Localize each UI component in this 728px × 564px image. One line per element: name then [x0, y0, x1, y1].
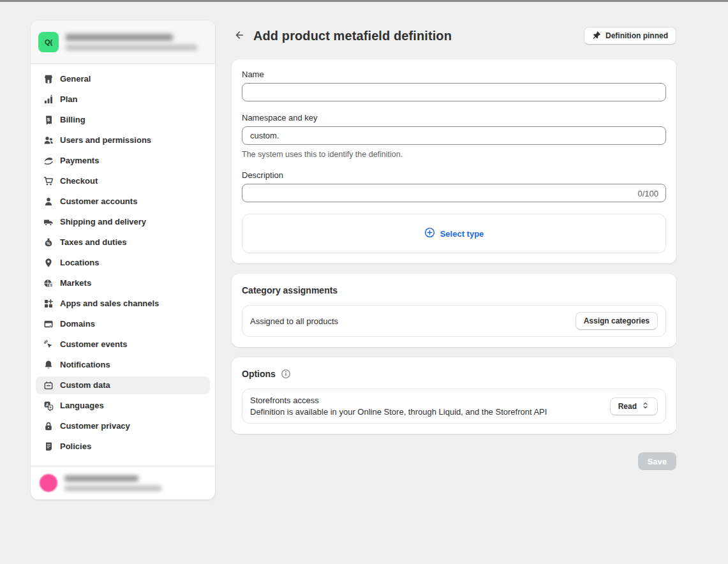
store-name-redacted [66, 34, 173, 41]
sidebar-item-label: Notifications [60, 360, 110, 370]
main-content: Add product metafield definition Definit… [232, 27, 676, 470]
storefronts-access-description: Definition is available in your Online S… [250, 407, 547, 417]
options-card: Options Storefronts access Definition is… [232, 357, 676, 434]
sidebar-item-label: Locations [60, 258, 99, 268]
location-pin-icon [43, 258, 54, 268]
user-avatar [40, 474, 57, 492]
back-arrow-icon [234, 29, 245, 43]
sidebar-item-markets[interactable]: $Markets [36, 274, 210, 292]
assign-categories-button[interactable]: Assign categories [576, 312, 658, 330]
category-assignment-row: Assigned to all products Assign categori… [242, 305, 666, 337]
bell-icon [43, 360, 54, 370]
description-field-group: Description 0/100 [242, 170, 666, 202]
sidebar-item-shipping-and-delivery[interactable]: Shipping and delivery [36, 213, 210, 231]
sidebar-item-domains[interactable]: Domains [36, 315, 210, 333]
sidebar-item-label: Custom data [60, 380, 110, 390]
plan-icon [43, 94, 54, 105]
sidebar-item-plan[interactable]: Plan [36, 91, 210, 108]
storefronts-access-select[interactable]: Read [610, 397, 658, 415]
description-label: Description [242, 170, 666, 181]
page-header: Add product metafield definition Definit… [232, 27, 676, 45]
sidebar-item-label: Billing [60, 115, 85, 125]
svg-text:$: $ [47, 117, 50, 122]
sidebar-item-taxes-and-duties[interactable]: %Taxes and duties [36, 234, 210, 251]
sidebar-item-policies[interactable]: Policies [36, 438, 210, 456]
sidebar-item-label: Apps and sales channels [60, 299, 159, 309]
billing-icon: $ [43, 115, 54, 125]
select-type-container: Select type [242, 214, 666, 253]
sidebar-item-label: Customer privacy [60, 421, 130, 431]
sidebar-item-customer-events[interactable]: Customer events [36, 336, 210, 353]
sidebar-item-label: Languages [60, 401, 104, 411]
namespace-key-input[interactable] [242, 126, 666, 145]
definition-pinned-label: Definition pinned [605, 31, 668, 40]
sidebar-item-customer-privacy[interactable]: Customer privacy [36, 417, 210, 435]
truck-icon [43, 217, 54, 227]
sidebar-item-languages[interactable]: AaLanguages [36, 397, 210, 415]
description-input[interactable] [242, 184, 666, 202]
pin-icon [592, 31, 601, 41]
sidebar-item-users-and-permissions[interactable]: Users and permissions [36, 131, 210, 149]
storefronts-access-row: Storefronts access Definition is availab… [242, 389, 666, 424]
browser-icon [43, 319, 54, 329]
store-switcher[interactable]: Q( [31, 20, 215, 64]
globe-dollar-icon: $ [43, 278, 54, 288]
shopify-settings-page: Q( GeneralPlan$BillingUsers and permissi… [0, 0, 728, 564]
settings-sidebar: Q( GeneralPlan$BillingUsers and permissi… [31, 20, 215, 500]
sidebar-item-label: Plan [60, 94, 77, 105]
apps-grid-icon [43, 299, 54, 309]
namespace-field-group: Namespace and key The system uses this t… [242, 113, 666, 159]
sidebar-item-label: Shipping and delivery [60, 217, 146, 227]
category-assignments-title: Category assignments [242, 284, 666, 297]
sidebar-item-locations[interactable]: Locations [36, 254, 210, 272]
storefronts-access-text: Storefronts access Definition is availab… [250, 396, 547, 417]
sidebar-item-label: Checkout [60, 176, 98, 186]
user-account-row[interactable] [31, 466, 215, 500]
storefronts-access-value: Read [618, 402, 637, 411]
namespace-label: Namespace and key [242, 113, 666, 123]
options-title: Options [242, 367, 276, 380]
payments-icon [43, 156, 54, 166]
page-title: Add product metafield definition [253, 29, 452, 43]
sidebar-item-label: Policies [60, 442, 91, 452]
sidebar-item-payments[interactable]: Payments [36, 152, 210, 170]
sidebar-item-label: Users and permissions [60, 135, 151, 145]
sidebar-item-apps-and-sales-channels[interactable]: Apps and sales channels [36, 295, 210, 313]
window-top-strip [0, 0, 728, 2]
storefronts-access-title: Storefronts access [250, 396, 547, 405]
store-avatar: Q( [38, 32, 59, 52]
select-type-button[interactable]: Select type [424, 227, 484, 240]
assign-categories-label: Assign categories [584, 316, 650, 325]
sidebar-item-checkout[interactable]: Checkout [36, 172, 210, 190]
sidebar-item-general[interactable]: General [36, 70, 210, 88]
users-icon [43, 135, 54, 145]
checkout-icon [43, 176, 54, 186]
footer-actions: Save [232, 452, 676, 470]
back-button[interactable] [232, 28, 247, 43]
info-icon[interactable] [281, 369, 291, 379]
custom-data-icon [43, 380, 54, 390]
document-icon [43, 442, 54, 452]
select-type-label: Select type [440, 229, 484, 239]
user-name-redacted [64, 475, 138, 482]
sidebar-item-label: Domains [60, 319, 95, 329]
definition-pinned-button[interactable]: Definition pinned [584, 27, 676, 45]
name-label: Name [242, 70, 666, 80]
person-icon [43, 197, 54, 207]
plus-circle-icon [424, 227, 435, 240]
sidebar-item-billing[interactable]: $Billing [36, 111, 210, 129]
svg-text:%: % [47, 241, 50, 246]
sidebar-item-notifications[interactable]: Notifications [36, 356, 210, 374]
name-field-group: Name [242, 70, 666, 101]
description-input-wrap: 0/100 [242, 184, 666, 202]
name-input[interactable] [242, 83, 666, 101]
sidebar-item-label: Payments [60, 156, 99, 166]
sidebar-item-customer-accounts[interactable]: Customer accounts [36, 193, 210, 211]
sidebar-item-label: Taxes and duties [60, 237, 127, 248]
options-heading-row: Options [242, 367, 666, 380]
chevron-updown-icon [641, 401, 650, 412]
category-status-text: Assigned to all products [250, 316, 338, 326]
cursor-click-icon [43, 339, 54, 350]
sidebar-item-custom-data[interactable]: Custom data [36, 376, 210, 394]
save-button[interactable]: Save [638, 452, 676, 470]
